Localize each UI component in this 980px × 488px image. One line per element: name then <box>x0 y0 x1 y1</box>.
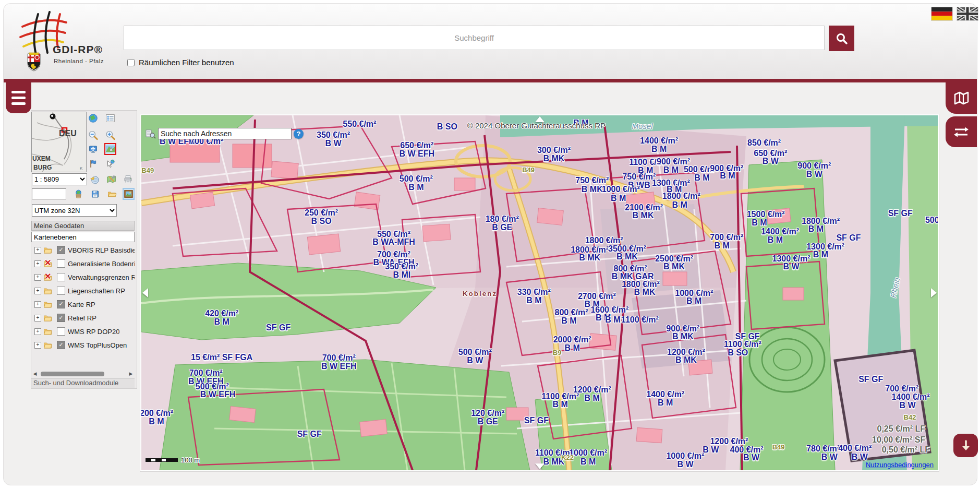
scalebar-segment <box>146 458 151 462</box>
coordinate-input[interactable] <box>32 188 66 199</box>
layer-label: Relief RP <box>68 314 96 322</box>
export-image-button[interactable] <box>123 188 135 200</box>
pan-left-arrow[interactable] <box>142 288 148 297</box>
scalebar-segment <box>166 458 178 462</box>
save-icon <box>90 189 100 199</box>
layer-label: Generalisierte Bodenrichtw <box>68 260 135 268</box>
search-input[interactable] <box>124 26 825 50</box>
logo-subtitle: Rheinland - Pfalz <box>54 58 104 64</box>
logo[interactable]: GDI-RP® Rheinland - Pfalz <box>16 9 115 74</box>
export-image-icon <box>124 189 134 199</box>
pan-down-arrow[interactable] <box>535 463 545 469</box>
zoom-out-icon <box>88 130 98 140</box>
legend-list-icon <box>105 113 115 123</box>
map-viewport[interactable]: 550 €/m²B SOB MB W EFH700 €/m²350 €/m²B … <box>140 114 939 471</box>
expand-icon[interactable]: + <box>34 342 41 349</box>
layer-checkbox[interactable]: ✓ <box>57 314 65 322</box>
tree-scrollbar[interactable]: ◀ ▶ <box>31 371 135 377</box>
scrollbar-thumb[interactable] <box>41 372 104 376</box>
select-arrow-button[interactable] <box>104 158 116 170</box>
folder-icon <box>43 328 53 336</box>
layer-checkbox[interactable]: ✓ <box>57 341 65 349</box>
previous-extent-button[interactable] <box>89 173 101 185</box>
overview-globe-icon <box>88 113 98 123</box>
expand-icon[interactable]: + <box>34 328 41 335</box>
zoom-out-button[interactable] <box>87 129 99 141</box>
expand-icon[interactable]: + <box>34 288 41 294</box>
pan-right-arrow[interactable] <box>931 288 937 297</box>
folder-icon <box>43 314 53 322</box>
logo-title: GDI-RP® <box>53 43 103 56</box>
folder-icon: ✕ <box>43 260 53 268</box>
layer-tree-item[interactable]: +✓Relief RP <box>31 311 135 325</box>
delete-basket-button[interactable] <box>72 188 84 200</box>
folder-icon <box>43 246 53 254</box>
spatial-filter-checkbox[interactable] <box>127 59 135 66</box>
pan-up-arrow[interactable] <box>535 116 545 122</box>
layer-checkbox[interactable] <box>57 287 65 295</box>
download-panel-button[interactable] <box>953 434 978 457</box>
layers-header[interactable]: Kartenebenen <box>31 232 135 242</box>
layer-checkbox[interactable]: ✓ <box>57 246 65 254</box>
map-pointer-button[interactable] <box>104 143 116 155</box>
flag-uk-icon[interactable] <box>957 7 978 20</box>
map-tools-button[interactable] <box>105 173 117 185</box>
minimap-label: UXEM <box>32 155 51 162</box>
scroll-left-icon[interactable]: ◀ <box>31 371 39 376</box>
folder-icon: ✕ <box>43 273 53 281</box>
expand-icon[interactable]: + <box>34 274 41 281</box>
map-base <box>141 115 938 470</box>
map-tools-icon <box>106 174 116 185</box>
layer-tree-item[interactable]: +Liegenschaften RP <box>31 284 135 297</box>
layer-tree: +✓VBORIS RLP Basisdienst+✕Generalisierte… <box>31 243 135 370</box>
address-search-input[interactable] <box>158 128 292 139</box>
modules-footer[interactable]: Such- und Downloadmodule <box>31 378 135 388</box>
save-button[interactable] <box>89 188 101 200</box>
folder-icon <box>43 287 53 295</box>
overview-globe-button[interactable] <box>87 112 99 124</box>
projection-select[interactable]: UTM zone 32N <box>32 204 117 217</box>
layer-checkbox[interactable] <box>57 327 65 336</box>
layer-label: Verwaltungsgrenzen Rhein <box>68 273 135 281</box>
select-arrow-icon <box>105 159 115 169</box>
expand-icon[interactable]: + <box>34 315 41 322</box>
scale-bar: 100 m <box>146 456 200 464</box>
layer-label: Karte RP <box>68 301 95 308</box>
menu-button[interactable] <box>6 82 31 113</box>
map-mode-button[interactable] <box>946 82 977 114</box>
overview-minimap[interactable]: DEU UXEM BURG K <box>31 112 87 172</box>
expand-icon[interactable]: + <box>34 301 41 308</box>
help-icon[interactable]: ? <box>294 129 304 139</box>
print-button[interactable] <box>122 173 134 185</box>
layer-label: Liegenschaften RP <box>68 287 125 295</box>
folder-open-button[interactable] <box>106 188 118 200</box>
layer-tree-item[interactable]: +✓WMS TopPlusOpen <box>31 338 135 352</box>
terms-link[interactable]: Nutzungsbedingungen <box>866 461 934 469</box>
map-pointer-icon <box>105 144 115 154</box>
expand-icon[interactable]: + <box>34 260 41 267</box>
legend-list-button[interactable] <box>104 112 116 124</box>
zoom-in-button[interactable] <box>104 129 116 141</box>
tools-panel: DEU UXEM BURG K <box>31 110 137 389</box>
map-icon <box>952 91 970 105</box>
flag-marker-button[interactable] <box>87 158 99 170</box>
hamburger-icon <box>11 91 26 93</box>
swap-layers-button[interactable] <box>946 116 977 147</box>
layer-tree-item[interactable]: +WMS RP DOP20 <box>31 325 135 338</box>
layer-tree-item[interactable]: +✓VBORIS RLP Basisdienst <box>31 243 135 257</box>
scale-select[interactable]: 1 : 5809 <box>32 173 87 185</box>
search-button[interactable] <box>829 26 854 51</box>
flag-de-icon[interactable] <box>931 7 952 20</box>
expand-icon[interactable]: + <box>34 247 41 254</box>
layer-error-icon: ✕ <box>44 271 51 281</box>
layer-checkbox[interactable]: ✓ <box>57 300 65 308</box>
scroll-right-icon[interactable]: ▶ <box>127 371 135 376</box>
my-geodata-header[interactable]: Meine Geodaten <box>31 221 135 231</box>
layer-checkbox[interactable] <box>57 259 65 268</box>
layer-tree-item[interactable]: +✕Generalisierte Bodenrichtw <box>31 257 135 270</box>
address-search-icon[interactable] <box>146 129 156 139</box>
layer-tree-item[interactable]: +✓Karte RP <box>31 297 135 311</box>
layer-tree-item[interactable]: +✕Verwaltungsgrenzen Rhein <box>31 270 135 284</box>
layer-checkbox[interactable] <box>57 273 65 281</box>
pan-button[interactable] <box>87 143 99 155</box>
